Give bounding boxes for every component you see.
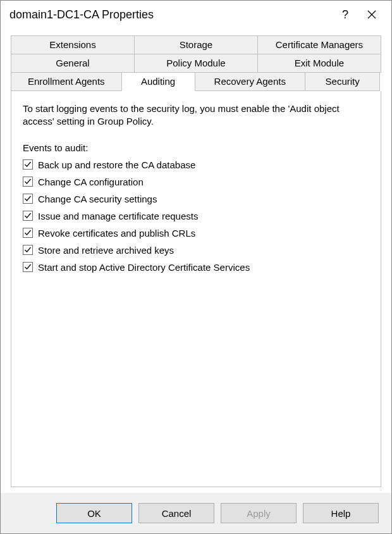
tab-security[interactable]: Security [305, 72, 380, 91]
check-row: Revoke certificates and publish CRLs [23, 228, 369, 239]
checkbox-revoke-publish[interactable] [23, 228, 33, 238]
close-icon[interactable] [358, 1, 385, 28]
titlebar: domain1-DC1-CA Properties ? [1, 1, 391, 28]
tab-exit-module[interactable]: Exit Module [257, 54, 381, 73]
checkbox-label: Change CA security settings [38, 194, 157, 204]
checkbox-label: Revoke certificates and publish CRLs [38, 228, 195, 239]
checkbox-label: Store and retrieve archived keys [38, 245, 174, 256]
tab-recovery-agents[interactable]: Recovery Agents [195, 72, 306, 91]
check-row: Issue and manage certificate requests [23, 211, 369, 221]
checkbox-start-stop[interactable] [23, 262, 33, 272]
content: Extensions Storage Certificate Managers … [1, 28, 391, 487]
apply-button[interactable]: Apply [221, 503, 297, 523]
check-row: Change CA security settings [23, 194, 369, 204]
intro-text: To start logging events to the security … [23, 102, 369, 128]
dialog-footer: OK Cancel Apply Help [1, 493, 391, 533]
ok-button[interactable]: OK [56, 503, 132, 523]
checkbox-backup-restore[interactable] [23, 159, 33, 170]
checkbox-change-config[interactable] [23, 177, 33, 187]
tab-certificate-managers[interactable]: Certificate Managers [257, 35, 381, 54]
tab-enrollment-agents[interactable]: Enrollment Agents [11, 72, 122, 91]
checkbox-label: Start and stop Active Directory Certific… [38, 262, 250, 273]
help-button[interactable]: Help [303, 503, 379, 523]
tab-auditing[interactable]: Auditing [121, 72, 195, 91]
cancel-button[interactable]: Cancel [138, 503, 214, 523]
tabs: Extensions Storage Certificate Managers … [11, 36, 381, 91]
check-row: Start and stop Active Directory Certific… [23, 262, 369, 273]
checkbox-label: Change CA configuration [38, 177, 144, 187]
tab-general[interactable]: General [11, 54, 135, 73]
check-row: Store and retrieve archived keys [23, 245, 369, 256]
checkbox-label: Back up and restore the CA database [38, 159, 195, 170]
tab-policy-module[interactable]: Policy Module [134, 54, 258, 73]
window-title: domain1-DC1-CA Properties [9, 8, 332, 22]
checkbox-issue-manage[interactable] [23, 211, 33, 221]
tab-storage[interactable]: Storage [134, 35, 258, 54]
tab-extensions[interactable]: Extensions [11, 35, 135, 54]
checkbox-change-security[interactable] [23, 194, 33, 204]
checkbox-label: Issue and manage certificate requests [38, 211, 198, 221]
events-to-audit-label: Events to audit: [23, 142, 369, 153]
check-row: Back up and restore the CA database [23, 159, 369, 170]
help-icon[interactable]: ? [332, 1, 358, 28]
tab-panel: To start logging events to the security … [11, 91, 381, 487]
check-row: Change CA configuration [23, 177, 369, 187]
checkbox-store-retrieve[interactable] [23, 245, 33, 255]
